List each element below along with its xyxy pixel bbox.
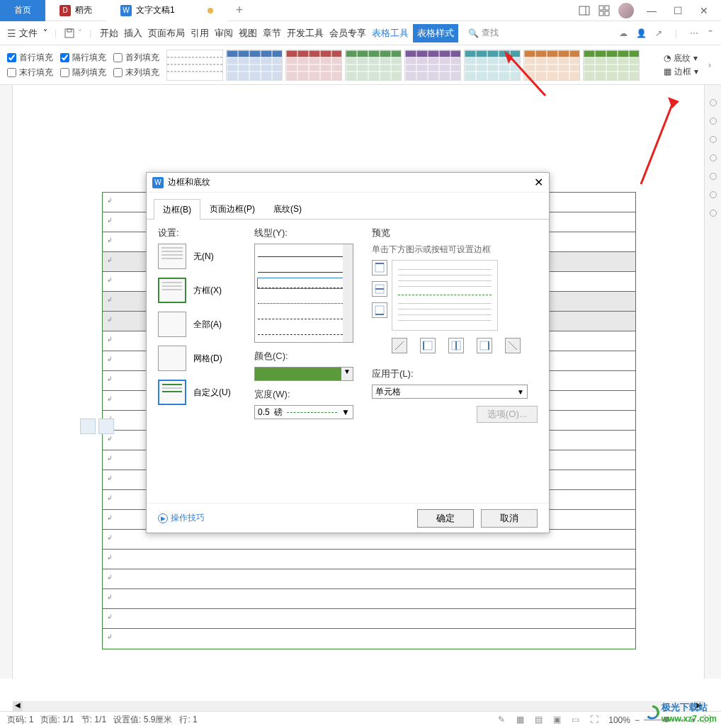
preview-bottom-border[interactable]: [372, 302, 387, 318]
style-preview-2[interactable]: [285, 50, 342, 81]
style-preview-3[interactable]: [345, 50, 402, 81]
preview-right-border[interactable]: [477, 338, 492, 353]
menu-dev[interactable]: 开发工具: [285, 27, 325, 40]
hamburger-icon[interactable]: ☰: [7, 28, 16, 39]
setting-box[interactable]: 方框(X): [158, 278, 243, 303]
horizontal-scrollbar[interactable]: ◀ ▶: [13, 701, 704, 711]
tool-dot-5[interactable]: [710, 173, 717, 180]
ok-button[interactable]: 确定: [417, 509, 474, 528]
float-button-1[interactable]: [80, 419, 96, 434]
table-row[interactable]: ↲: [103, 629, 635, 649]
floating-layout-control[interactable]: [80, 419, 114, 434]
menu-insert[interactable]: 插入: [123, 27, 144, 40]
new-tab-button[interactable]: +: [227, 3, 252, 18]
user-avatar[interactable]: [618, 3, 634, 18]
setting-grid[interactable]: 网格(D): [158, 346, 243, 371]
tip-link[interactable]: ▶ 操作技巧: [158, 512, 205, 524]
color-select[interactable]: ▼: [254, 367, 353, 381]
file-menu[interactable]: 文件: [19, 27, 38, 40]
close-button[interactable]: ✕: [696, 5, 713, 16]
tool-dot-2[interactable]: [710, 118, 717, 125]
line-solid[interactable]: [258, 247, 350, 257]
line-dashdotdot[interactable]: [258, 325, 350, 335]
save-icon[interactable]: [64, 28, 75, 39]
float-button-2[interactable]: [98, 419, 114, 434]
menu-start[interactable]: 开始: [98, 27, 120, 40]
view-print-icon[interactable]: ▦: [516, 715, 528, 726]
table-row[interactable]: ↲: [103, 589, 635, 609]
minimize-button[interactable]: —: [642, 5, 661, 16]
view-outline-icon[interactable]: ▣: [553, 715, 564, 726]
style-preview-0[interactable]: [166, 50, 223, 81]
tool-dot-3[interactable]: [710, 136, 717, 143]
check-first-col[interactable]: 首列填充: [113, 52, 159, 64]
setting-custom[interactable]: 自定义(U): [158, 380, 243, 405]
crop-icon[interactable]: ⛶: [590, 715, 601, 726]
collapse-icon[interactable]: ⌃: [707, 28, 714, 38]
style-preview-6[interactable]: [523, 50, 580, 81]
style-preview-5[interactable]: [464, 50, 521, 81]
preview-left-border[interactable]: [420, 338, 436, 353]
line-scrollbar[interactable]: [343, 244, 353, 342]
check-alt-row[interactable]: 隔行填充: [60, 52, 106, 64]
menu-table-style[interactable]: 表格样式: [413, 24, 458, 42]
zoom-out-icon[interactable]: −: [635, 715, 640, 725]
menu-view[interactable]: 视图: [237, 27, 259, 40]
tool-dot-6[interactable]: [710, 191, 717, 198]
grid-icon[interactable]: [598, 5, 610, 16]
preview-mid-h-border[interactable]: [372, 281, 387, 297]
table-row[interactable]: ↲: [103, 569, 635, 589]
menu-layout[interactable]: 页面布局: [147, 27, 186, 40]
spell-icon[interactable]: ✎: [498, 715, 509, 726]
style-preview-7[interactable]: [583, 50, 640, 81]
tab-page-border[interactable]: 页面边框(P): [200, 198, 264, 219]
tab-docell[interactable]: D 稻壳: [45, 0, 106, 21]
preview-diag2[interactable]: [505, 338, 521, 353]
tab-document[interactable]: W 文字文稿1: [106, 0, 227, 21]
search-box[interactable]: 🔍 查找: [468, 27, 499, 39]
menu-chapter[interactable]: 章节: [261, 27, 283, 40]
menu-reference[interactable]: 引用: [189, 27, 210, 40]
setting-none[interactable]: 无(N): [158, 244, 243, 269]
preview-top-border[interactable]: [372, 260, 387, 275]
tool-dot-7[interactable]: [710, 210, 717, 217]
preview-diag1[interactable]: [392, 338, 407, 353]
user-icon[interactable]: 👤: [636, 28, 647, 38]
cloud-icon[interactable]: ☁: [619, 28, 628, 38]
width-select[interactable]: 0.5 磅 ▼: [254, 405, 353, 419]
ribbon-expand[interactable]: ›: [705, 60, 714, 70]
style-preview-4[interactable]: [404, 50, 461, 81]
tab-shading[interactable]: 底纹(S): [264, 198, 311, 219]
tab-border[interactable]: 边框(B): [154, 199, 200, 220]
options-button[interactable]: 选项(O)...: [477, 406, 538, 423]
tab-home[interactable]: 首页: [0, 0, 45, 21]
line-dashdot[interactable]: [258, 309, 350, 319]
maximize-button[interactable]: ☐: [669, 5, 687, 16]
line-dash-selected[interactable]: [258, 278, 350, 288]
preview-box[interactable]: [392, 260, 498, 331]
menu-vip[interactable]: 会员专享: [328, 27, 368, 40]
border-button[interactable]: ▦边框▾: [664, 66, 698, 78]
cancel-button[interactable]: 取消: [481, 509, 538, 528]
preview-mid-v-border[interactable]: [448, 338, 464, 353]
line-thin[interactable]: [258, 263, 350, 273]
tool-dot-1[interactable]: [710, 99, 717, 106]
setting-all[interactable]: 全部(A): [158, 312, 243, 337]
menu-table-tools[interactable]: 表格工具: [370, 27, 410, 40]
check-first-row[interactable]: 首行填充: [7, 52, 53, 64]
style-preview-1[interactable]: [226, 50, 283, 81]
table-row[interactable]: ↲: [103, 609, 635, 629]
check-last-col[interactable]: 末列填充: [113, 67, 159, 79]
scroll-left-icon[interactable]: ◀: [13, 701, 23, 711]
table-row[interactable]: ↲: [103, 550, 635, 569]
line-style-list[interactable]: [254, 244, 353, 343]
share-icon[interactable]: ↗: [655, 28, 662, 38]
view-web-icon[interactable]: ▤: [535, 715, 546, 726]
check-last-row[interactable]: 末行填充: [7, 67, 53, 79]
tool-dot-4[interactable]: [710, 154, 717, 161]
line-dot[interactable]: [258, 294, 350, 304]
dialog-close-button[interactable]: ✕: [534, 176, 543, 189]
layout-icon[interactable]: [579, 5, 590, 16]
shading-button[interactable]: ◔底纹▾: [664, 52, 698, 64]
more-icon[interactable]: ⋯: [690, 28, 698, 38]
